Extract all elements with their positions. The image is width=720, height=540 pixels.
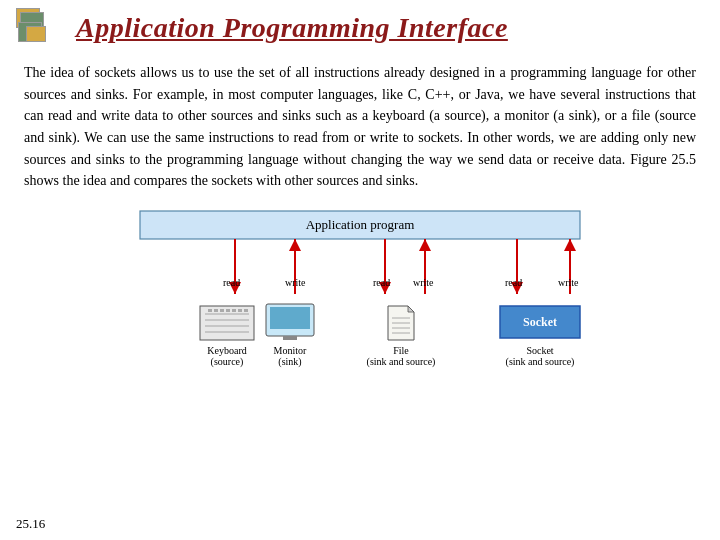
svg-marker-5: [289, 239, 301, 251]
footer-label: 25.16: [16, 516, 45, 532]
svg-rect-16: [226, 309, 230, 312]
svg-text:read: read: [505, 277, 522, 288]
svg-rect-14: [214, 309, 218, 312]
svg-text:Keyboard: Keyboard: [207, 345, 246, 356]
svg-text:write: write: [413, 277, 434, 288]
page-title: Application Programming Interface: [76, 12, 508, 44]
svg-rect-13: [208, 309, 212, 312]
svg-text:read: read: [223, 277, 240, 288]
svg-text:read: read: [373, 277, 390, 288]
svg-text:write: write: [558, 277, 579, 288]
logo: [16, 8, 64, 48]
svg-text:(sink and source): (sink and source): [506, 356, 575, 368]
svg-text:File: File: [393, 345, 409, 356]
svg-text:Monitor: Monitor: [274, 345, 307, 356]
svg-text:Socket: Socket: [523, 315, 557, 329]
svg-text:(source): (source): [211, 356, 244, 368]
svg-marker-34: [408, 306, 414, 312]
diagram: Application program read write Keyboard …: [80, 206, 640, 405]
svg-text:Application program: Application program: [306, 217, 415, 232]
svg-rect-15: [220, 309, 224, 312]
body-paragraph: The idea of sockets allows us to use the…: [0, 52, 720, 198]
svg-rect-21: [270, 307, 310, 329]
svg-text:(sink and source): (sink and source): [367, 356, 436, 368]
svg-text:write: write: [285, 277, 306, 288]
diagram-svg: Application program read write Keyboard …: [80, 206, 640, 401]
svg-marker-30: [419, 239, 431, 251]
svg-text:Socket: Socket: [526, 345, 553, 356]
svg-rect-18: [238, 309, 242, 312]
svg-rect-19: [244, 309, 248, 312]
header: Application Programming Interface: [0, 0, 720, 52]
svg-text:(sink): (sink): [278, 356, 301, 368]
svg-rect-17: [232, 309, 236, 312]
svg-marker-44: [564, 239, 576, 251]
svg-rect-22: [283, 336, 297, 340]
